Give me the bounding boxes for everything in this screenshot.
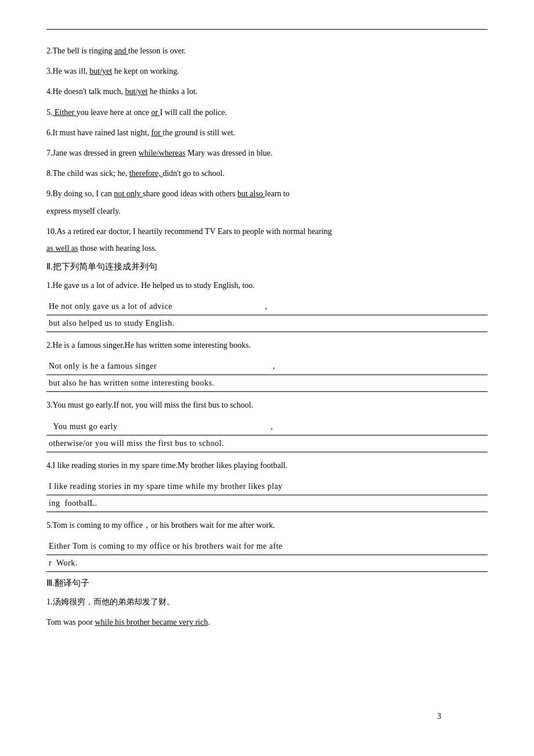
- s2-item-2-line2: but also he has written some interesting…: [46, 375, 488, 392]
- item-2-answer: and: [114, 46, 128, 55]
- item-6-rest: the ground is still wet.: [163, 128, 235, 137]
- item-10-cont: as well as those with hearing loss.: [46, 241, 488, 255]
- item-6: 6.It must have rained last night, for th…: [46, 125, 488, 140]
- s2-item-2-answer: Not only is he a famous singer , but als…: [46, 358, 488, 392]
- s2-item-1-original: 1.He gave us a lot of advice. He helped …: [46, 278, 488, 293]
- s2-item-1-line2: but also helped us to study English.: [46, 315, 488, 332]
- s2-item-4-line2: ing footbalL.: [46, 495, 488, 512]
- item-9-num: 9.By doing so, I can: [46, 189, 114, 198]
- s2-item-5-line2: r Work.: [46, 555, 488, 572]
- item-7-rest: Mary was dressed in blue.: [185, 149, 272, 157]
- section-1: 2.The bell is ringing and the lesson is …: [46, 44, 488, 255]
- s2-item-3-line1: You must go early ,: [46, 419, 488, 435]
- item-9-answer1: not only: [114, 189, 143, 198]
- item-5-answer1: Either: [53, 108, 77, 117]
- item-9-answer2: but also: [237, 189, 265, 198]
- s2-item-4-original: 4.I like reading stories in my spare tim…: [46, 458, 488, 473]
- item-4-num: 4.He doesn't talk much,: [46, 87, 125, 96]
- s3-item-1-answer: Tom was poor while his brother became ve…: [46, 615, 488, 629]
- top-divider: [46, 29, 488, 30]
- section-2-header: Ⅱ.把下列简单句连接成并列句: [46, 261, 488, 272]
- item-8-answer: therefore,: [129, 169, 163, 178]
- s2-item-3-answer: You must go early , otherwise/or you wil…: [46, 419, 488, 452]
- s2-item-5-answer: Either Tom is coming to my office or his…: [46, 538, 488, 572]
- item-8-rest: didn't go to school.: [163, 169, 225, 178]
- item-4-rest: he thinks a lot.: [147, 87, 197, 96]
- item-2-rest: the lesson is over.: [128, 46, 186, 55]
- item-10-answer: as well as: [46, 244, 78, 253]
- item-10: 10.As a retired ear doctor, I heartily r…: [46, 224, 488, 239]
- item-6-answer: for: [151, 128, 163, 137]
- section-3: Ⅲ.翻译句子 1.汤姆很穷，而他的弟弟却发了财。 Tom was poor wh…: [46, 578, 488, 629]
- section-2: Ⅱ.把下列简单句连接成并列句 1.He gave us a lot of adv…: [46, 261, 488, 572]
- s2-item-4-line1: I like reading stories in my spare time …: [46, 478, 488, 495]
- item-5-num: 5.: [46, 108, 53, 117]
- page-number: 3: [437, 712, 441, 721]
- s2-item-5-line1: Either Tom is coming to my office or his…: [46, 538, 488, 555]
- s2-item-4-answer: I like reading stories in my spare time …: [46, 478, 488, 512]
- s2-item-3-original: 3.You must go early.If not, you will mis…: [46, 398, 488, 412]
- item-5-mid: you leave here at once: [77, 108, 151, 117]
- item-9-cont: express myself clearly.: [46, 204, 488, 218]
- item-6-num: 6.It must have rained last night,: [46, 128, 151, 137]
- item-5-answer2: or: [151, 108, 160, 117]
- s3-item-1-underline: while his brother became very rich: [95, 618, 208, 627]
- item-5: 5. Either you leave here at once or I wi…: [46, 105, 488, 120]
- item-9-rest: learn to: [265, 189, 289, 198]
- item-9-mid: share good ideas with others: [143, 189, 237, 198]
- s2-item-5-original: 5.Tom is coming to my office，or his brot…: [46, 518, 488, 532]
- item-3: 3.He was ill, but/yet he kept on working…: [46, 64, 488, 78]
- item-9: 9.By doing so, I can not only share good…: [46, 186, 488, 201]
- item-4: 4.He doesn't talk much, but/yet he think…: [46, 84, 488, 99]
- item-3-answer: but/yet: [89, 67, 112, 75]
- item-2: 2.The bell is ringing and the lesson is …: [46, 44, 488, 58]
- item-7-answer: while/whereas: [139, 149, 186, 157]
- item-8-num: 8.The child was sick; he,: [46, 169, 129, 178]
- item-2-num: 2.The bell is ringing: [46, 46, 114, 55]
- s2-item-2-line1: Not only is he a famous singer ,: [46, 358, 488, 375]
- item-7-num: 7.Jane was dressed in green: [46, 149, 139, 157]
- item-3-rest: he kept on working.: [112, 67, 179, 75]
- s2-item-2-original: 2.He is a famous singer.He has written s…: [46, 338, 488, 352]
- item-8: 8.The child was sick; he, therefore, did…: [46, 166, 488, 181]
- s2-item-3-line2: otherwise/or you will miss the first bus…: [46, 435, 488, 452]
- s2-item-1-answer: He not only gave us a lot of advice , bu…: [46, 298, 488, 332]
- item-7: 7.Jane was dressed in green while/wherea…: [46, 146, 488, 160]
- item-10-num: 10.As a retired ear doctor, I heartily r…: [46, 227, 332, 236]
- item-3-num: 3.He was ill,: [46, 67, 89, 75]
- item-5-rest: I will call the police.: [160, 108, 227, 117]
- s3-item-1-chinese: 1.汤姆很穷，而他的弟弟却发了财。: [46, 595, 488, 609]
- section-3-header: Ⅲ.翻译句子: [46, 578, 488, 589]
- s2-item-1-line1: He not only gave us a lot of advice ,: [46, 298, 488, 315]
- item-4-answer: but/yet: [125, 87, 148, 96]
